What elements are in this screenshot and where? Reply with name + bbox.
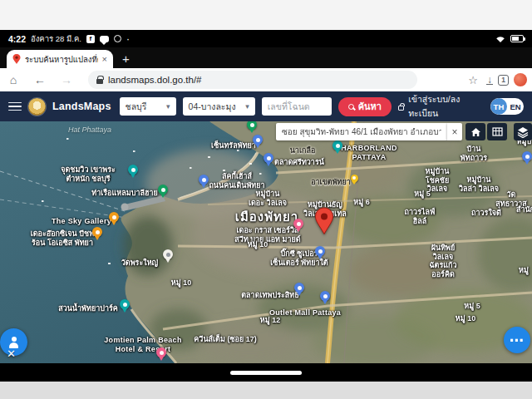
shopping-pin[interactable]	[320, 291, 330, 301]
profile-avatar[interactable]	[514, 73, 527, 86]
tab-switcher-button[interactable]: 1	[498, 75, 509, 86]
map-layers-button[interactable]	[514, 123, 532, 140]
map-label: ตลาดศรีทวารน์	[274, 158, 324, 167]
map-label: ถาวรไลฟ์ ฮิลล์	[405, 208, 436, 225]
shopping-pin[interactable]	[253, 135, 263, 145]
browser-tab[interactable]: ระบบค้นหารูปแปลงที่ดิน (Lan ×	[7, 50, 113, 68]
clock: 4:22	[8, 34, 26, 44]
map-search-text: ซอย สุขุมวิท-พัทยา 46/1 เมืองพัทยา อำเภอ…	[282, 126, 441, 138]
tab-close-icon[interactable]: ×	[102, 55, 107, 64]
address-bar[interactable]: landsmaps.dol.go.th/#	[88, 71, 417, 89]
province-select[interactable]: ชลบุรี ▾	[120, 97, 176, 116]
poi-pin[interactable]	[351, 175, 358, 182]
dol-seal-logo	[28, 98, 46, 116]
language-toggle: TH EN	[490, 98, 524, 115]
district-select[interactable]: 04-บางละมุง ▾	[183, 97, 255, 116]
download-button[interactable]: ↓	[486, 76, 493, 85]
map-canvas[interactable]: Hat Phattayaจุดชมวิว เขาพระ ตำหนัก ชลบุร…	[0, 121, 532, 363]
map-search-close-button[interactable]: ×	[447, 123, 462, 140]
map-label: Hat Phattaya	[68, 126, 111, 135]
province-value: ชลบุรี	[126, 100, 147, 114]
tab-strip: ระบบค้นหารูปแปลงที่ดิน (Lan × +	[0, 47, 532, 68]
back-button[interactable]: ←	[27, 74, 53, 86]
url-text: landsmaps.dol.go.th/#	[108, 75, 202, 85]
chevron-down-icon: ▾	[245, 102, 249, 111]
login-label: เข้าสู่ระบบ/ลงทะเบียน	[408, 92, 479, 121]
grid-icon	[492, 127, 503, 136]
lang-th-button[interactable]: TH	[490, 98, 507, 115]
android-status-bar: 4:22 อังคาร 28 มี.ค. f ·	[0, 30, 532, 47]
bookmark-star-button[interactable]: ☆	[465, 74, 481, 86]
facebook-notification-icon: f	[86, 35, 95, 43]
map-home-button[interactable]	[466, 123, 485, 140]
new-tab-button[interactable]: +	[122, 50, 130, 68]
map-grid-button[interactable]	[487, 123, 507, 140]
map-label: หมู่	[519, 266, 529, 275]
attraction-pin[interactable]	[332, 140, 342, 150]
restaurant-pin[interactable]	[109, 212, 119, 222]
layers-icon	[517, 126, 529, 138]
map-label: หมู่ 10	[171, 278, 191, 288]
map-label: หมู่บ้าน วิลล่า วิลเลจ	[459, 175, 499, 193]
deed-number-input[interactable]	[262, 97, 332, 116]
map-label: ตลาดเทพประสิทธิ์	[241, 291, 299, 300]
search-result-marker[interactable]	[314, 207, 334, 235]
letterbox-bottom	[0, 382, 532, 399]
map-search-bar[interactable]: ซอย สุขุมวิท-พัทยา 46/1 เมืองพัทยา อำเภอ…	[276, 123, 447, 140]
hotel-pin[interactable]	[156, 347, 166, 357]
map-label: นาเกลือ	[290, 146, 316, 155]
map-label: เดอะอ๊อกซิเจน บีชฟ ร้อน โอเอซิส พัทยา	[31, 229, 95, 247]
map-label: ควีนส์เต็ม (ซอย 17)	[194, 335, 256, 344]
map-label: หมู่ 5	[464, 302, 480, 311]
wifi-icon	[495, 35, 505, 43]
shopping-pin[interactable]	[264, 153, 273, 163]
map-pin-favicon	[12, 54, 21, 64]
temple-pin[interactable]	[163, 249, 173, 259]
shopping-pin[interactable]	[199, 175, 209, 185]
battery-icon	[510, 35, 524, 42]
tab-title: ระบบค้นหารูปแปลงที่ดิน (Lan	[25, 53, 98, 66]
attraction-pin[interactable]	[120, 299, 130, 309]
home-button[interactable]: ⌂	[0, 74, 27, 86]
map-label: ท่าเรือแหลมบาลีฮาย	[91, 189, 158, 198]
map-label: บ้าน พัทถาวร	[461, 145, 487, 162]
menu-icon[interactable]	[8, 102, 22, 111]
map-label: ถาวรใจดี	[471, 209, 501, 218]
map-label: หมู่ 10	[456, 314, 475, 323]
browser-toolbar: ⌂ ← → ↻ landsmaps.dol.go.th/# ☆ ↓ 1	[0, 68, 532, 91]
restaurant-pin[interactable]	[92, 227, 102, 237]
map-label: The Sky Gallery	[52, 217, 111, 226]
shopping-pin[interactable]	[294, 283, 304, 293]
status-date: อังคาร 28 มี.ค.	[31, 32, 81, 45]
map-label: สวนน้ำพัทยาปาร์ค	[58, 304, 118, 313]
home-indicator[interactable]	[230, 371, 302, 375]
gesture-nav-bar	[0, 363, 532, 382]
lock-icon	[398, 106, 404, 111]
more-options-fab[interactable]: ⋯	[504, 327, 530, 353]
map-label: ลัคกี้เฮ้าส์ ถนนคนเดินพัทยา	[209, 172, 264, 190]
viewpoint-pin[interactable]	[128, 165, 138, 175]
search-button-label: ค้นหา	[358, 99, 382, 114]
landsmaps-toolbar: LandsMaps ชลบุรี ▾ 04-บางละมุง ▾ ค้นหา เ…	[0, 91, 532, 121]
screenshot-stage: 4:22 อังคาร 28 มี.ค. f · ระบบค้นหารูปแปล…	[0, 0, 532, 399]
person-icon	[8, 337, 20, 348]
forward-button[interactable]: →	[53, 74, 80, 86]
map-label: หมู่ 6	[353, 198, 369, 207]
fab-close-icon[interactable]: ✕	[7, 347, 16, 360]
login-link[interactable]: เข้าสู่ระบบ/ลงทะเบียน	[398, 92, 479, 121]
lang-en-button[interactable]: EN	[507, 98, 524, 115]
shopping-pin[interactable]	[522, 151, 532, 161]
map-label: สำนัก	[516, 205, 532, 214]
search-icon	[348, 104, 354, 110]
map-label: หมู่ 5	[414, 190, 430, 199]
pier-pin[interactable]	[158, 185, 168, 195]
map-label: วัดพระใหญ่	[121, 259, 159, 268]
shopping-pin[interactable]	[315, 246, 325, 256]
map-label: จุดชมวิว เขาพระ ตำหนัก ชลบุรี	[61, 165, 116, 183]
hotel-pin[interactable]	[293, 219, 303, 229]
map-label: เซ็นทรัลพัทยา	[211, 141, 256, 150]
map-label: เมืองพัทยา	[235, 209, 298, 224]
search-button[interactable]: ค้นหา	[338, 97, 392, 116]
map-label: ฝันทิพย์ วิลเลจ ฉัตรแก้ว ออร์คิด	[429, 244, 456, 278]
map-label: หมู่บ้าน เดอะ วิลเลจ	[249, 190, 287, 207]
